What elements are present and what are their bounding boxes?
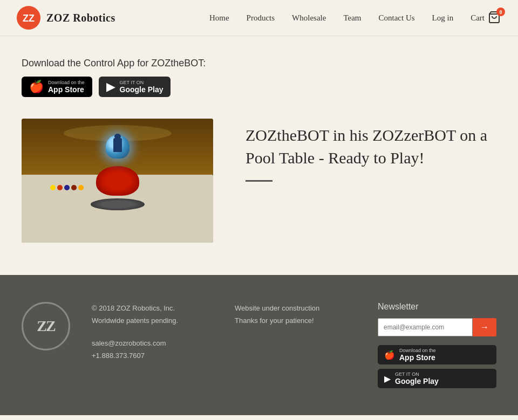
main-nav: Home Products Wholesale Team Contact Us …: [209, 11, 502, 25]
app-store-badge[interactable]: 🍎 Download on the App Store: [22, 77, 92, 97]
download-title: Download the Control App for ZOZtheBOT:: [22, 58, 496, 69]
svg-text:ZZ: ZZ: [23, 13, 35, 24]
download-section: Download the Control App for ZOZtheBOT: …: [22, 58, 496, 97]
cart-label: Cart: [471, 13, 485, 23]
pool-balls: [50, 185, 84, 190]
footer-google-play-icon: ▶: [384, 374, 391, 384]
footer-logo-circle: ZZ: [22, 302, 70, 350]
footer-company-info: © 2018 ZOZ Robotics, Inc. Worldwide pate…: [92, 302, 213, 362]
footer: ZZ © 2018 ZOZ Robotics, Inc. Worldwide p…: [0, 275, 518, 415]
footer-phone: +1.888.373.7607: [92, 349, 213, 362]
footer-copyright: © 2018 ZOZ Robotics, Inc.: [92, 302, 213, 314]
google-play-badge[interactable]: ▶ GET IT ON Google Play: [99, 77, 171, 97]
footer-patents: Worldwide patents pending.: [92, 314, 213, 327]
newsletter-email-input[interactable]: [378, 318, 473, 336]
robot-base: [91, 198, 145, 210]
cart-icon-wrap: 0: [488, 11, 502, 25]
footer-google-play-text: GET IT ON Google Play: [395, 371, 439, 385]
footer-app-store-badge[interactable]: 🍎 Download on the App Store: [378, 345, 496, 364]
nav-team[interactable]: Team: [343, 13, 361, 23]
robot-figure: [113, 138, 122, 152]
main-content: Download the Control App for ZOZtheBOT: …: [0, 36, 518, 275]
feature-section: ZOZtheBOT in his ZOZzerBOT on a Pool Tab…: [22, 119, 496, 243]
footer-google-play-badge[interactable]: ▶ GET IT ON Google Play: [378, 369, 496, 388]
store-badges: 🍎 Download on the App Store ▶ GET IT ON …: [22, 77, 496, 97]
footer-app-store-text: Download on the App Store: [399, 348, 436, 362]
logo-text: ZOZ Robotics: [46, 12, 115, 24]
cart-badge: 0: [496, 8, 505, 16]
nav-contact[interactable]: Contact Us: [379, 13, 415, 23]
feature-text: ZOZtheBOT in his ZOZzerBOT on a Pool Tab…: [246, 119, 496, 182]
app-store-text: Download on the App Store: [48, 80, 85, 94]
nav-home[interactable]: Home: [209, 13, 229, 23]
footer-logo: ZZ: [22, 302, 70, 350]
feature-divider: [246, 180, 272, 182]
logo[interactable]: ZZ ZOZ Robotics: [16, 5, 115, 30]
cart-button[interactable]: Cart 0: [471, 11, 502, 25]
footer-apple-icon: 🍎: [384, 350, 395, 360]
nav-wholesale[interactable]: Wholesale: [292, 13, 326, 23]
nav-login[interactable]: Log in: [432, 13, 454, 23]
feature-title: ZOZtheBOT in his ZOZzerBOT on a Pool Tab…: [246, 124, 496, 169]
feature-image: [22, 119, 213, 243]
header: ZZ ZOZ Robotics Home Products Wholesale …: [0, 0, 518, 36]
robot-dome: [106, 135, 130, 159]
google-play-icon: ▶: [106, 80, 115, 94]
robot-body: [96, 166, 139, 196]
footer-newsletter: Newsletter → 🍎 Download on the App Store…: [378, 302, 496, 388]
newsletter-form: →: [378, 318, 496, 336]
newsletter-title: Newsletter: [378, 302, 496, 312]
google-play-text: GET IT ON Google Play: [120, 80, 163, 94]
logo-icon: ZZ: [16, 5, 41, 30]
newsletter-submit-button[interactable]: →: [473, 318, 496, 336]
nav-products[interactable]: Products: [247, 13, 275, 23]
footer-store-badges: 🍎 Download on the App Store ▶ GET IT ON …: [378, 345, 496, 388]
footer-status: Website under construction Thanks for yo…: [235, 302, 356, 327]
footer-website-status: Website under construction: [235, 302, 356, 314]
footer-patience: Thanks for your patience!: [235, 314, 356, 327]
footer-logo-text: ZZ: [37, 318, 54, 335]
apple-icon: 🍎: [29, 80, 44, 94]
footer-email[interactable]: sales@zozrobotics.com: [92, 339, 166, 347]
